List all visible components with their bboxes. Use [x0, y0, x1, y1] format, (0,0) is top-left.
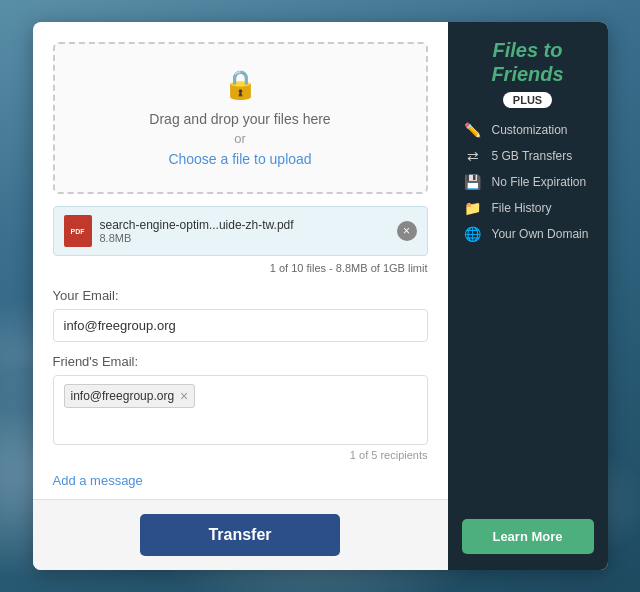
file-item: search-engine-optim...uide-zh-tw.pdf 8.8… — [53, 206, 428, 256]
friends-email-box[interactable]: info@freegroup.org × — [53, 375, 428, 445]
right-panel: Files to Friends PLUS ✏️ Customization ⇄… — [448, 22, 608, 570]
main-container: 🔒 Drag and drop your files here or Choos… — [33, 22, 608, 570]
feature-transfers-label: 5 GB Transfers — [492, 149, 573, 163]
feature-domain: 🌐 Your Own Domain — [462, 226, 594, 242]
choose-file-link[interactable]: Choose a file to upload — [168, 151, 311, 167]
feature-expiration-label: No File Expiration — [492, 175, 587, 189]
learn-more-button[interactable]: Learn More — [462, 519, 594, 554]
drag-drop-text: Drag and drop your files here — [75, 111, 406, 127]
file-size: 8.8MB — [100, 232, 397, 244]
or-text: or — [75, 131, 406, 146]
feature-history: 📁 File History — [462, 200, 594, 216]
left-panel: 🔒 Drag and drop your files here or Choos… — [33, 22, 448, 499]
bottom-bar: Transfer — [33, 499, 448, 570]
transfer-button[interactable]: Transfer — [140, 514, 340, 556]
friends-email-label: Friend's Email: — [53, 354, 428, 369]
email-tag-text: info@freegroup.org — [71, 389, 175, 403]
feature-customization-label: Customization — [492, 123, 568, 137]
drop-zone[interactable]: 🔒 Drag and drop your files here or Choos… — [53, 42, 428, 194]
feature-customization: ✏️ Customization — [462, 122, 594, 138]
plus-title: Files to Friends — [462, 38, 594, 86]
your-email-label: Your Email: — [53, 288, 428, 303]
left-wrapper: 🔒 Drag and drop your files here or Choos… — [33, 22, 448, 570]
email-tag: info@freegroup.org × — [64, 384, 196, 408]
add-message-link[interactable]: Add a message — [53, 473, 143, 488]
lock-icon: 🔒 — [75, 68, 406, 101]
history-icon: 📁 — [462, 200, 484, 216]
recipients-count: 1 of 5 recipients — [53, 449, 428, 461]
domain-icon: 🌐 — [462, 226, 484, 242]
expiration-icon: 💾 — [462, 174, 484, 190]
feature-transfers: ⇄ 5 GB Transfers — [462, 148, 594, 164]
file-remove-button[interactable]: × — [397, 221, 417, 241]
plus-badge: PLUS — [503, 92, 552, 108]
transfers-icon: ⇄ — [462, 148, 484, 164]
pdf-icon — [64, 215, 92, 247]
customization-icon: ✏️ — [462, 122, 484, 138]
feature-domain-label: Your Own Domain — [492, 227, 589, 241]
feature-expiration: 💾 No File Expiration — [462, 174, 594, 190]
your-email-input[interactable] — [53, 309, 428, 342]
file-info: search-engine-optim...uide-zh-tw.pdf 8.8… — [100, 218, 397, 244]
feature-history-label: File History — [492, 201, 552, 215]
email-tag-remove[interactable]: × — [180, 388, 188, 404]
file-name: search-engine-optim...uide-zh-tw.pdf — [100, 218, 397, 232]
file-progress: 1 of 10 files - 8.8MB of 1GB limit — [53, 262, 428, 274]
